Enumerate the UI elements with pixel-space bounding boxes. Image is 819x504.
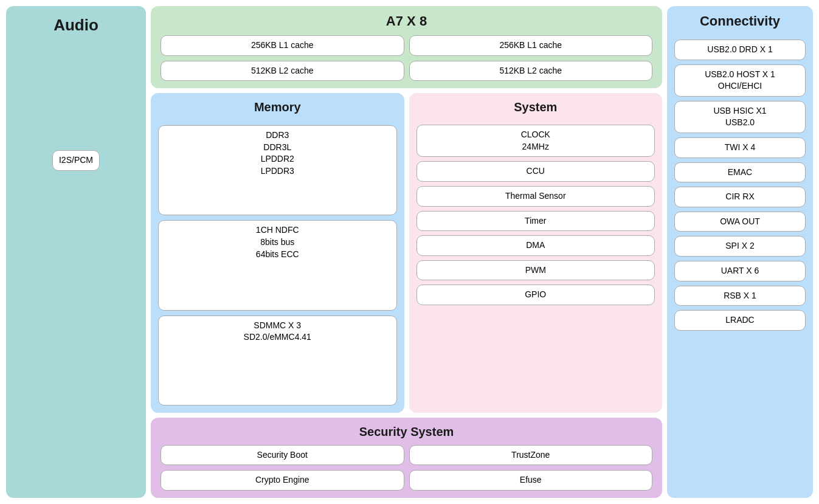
connectivity-item-5: CIR RX bbox=[674, 187, 806, 207]
a7x8-title: A7 X 8 bbox=[161, 13, 652, 29]
connectivity-item-6: OWA OUT bbox=[674, 212, 806, 232]
audio-title: Audio bbox=[54, 16, 98, 35]
security-panel: Security System Security BootTrustZoneCr… bbox=[151, 418, 662, 498]
connectivity-panel: Connectivity USB2.0 DRD X 1USB2.0 HOST X… bbox=[667, 6, 813, 498]
a7x8-panel: A7 X 8 256KB L1 cache256KB L1 cache512KB… bbox=[151, 6, 662, 88]
connectivity-item-4: EMAC bbox=[674, 162, 806, 183]
a7x8-cache-item-3: 512KB L2 cache bbox=[409, 61, 653, 81]
connectivity-item-3: TWI X 4 bbox=[674, 137, 806, 158]
connectivity-item-7: SPI X 2 bbox=[674, 236, 806, 257]
memory-title: Memory bbox=[158, 100, 397, 114]
connectivity-item-10: LRADC bbox=[674, 310, 806, 331]
memory-item-1: 1CH NDFC 8bits bus 64bits ECC bbox=[158, 220, 397, 310]
memory-item-0: DDR3 DDR3L LPDDR2 LPDDR3 bbox=[158, 125, 397, 215]
security-item-3: Efuse bbox=[409, 470, 653, 491]
connectivity-item-8: UART X 6 bbox=[674, 261, 806, 281]
connectivity-item-9: RSB X 1 bbox=[674, 286, 806, 306]
security-item-1: TrustZone bbox=[409, 445, 653, 466]
system-item-2: Thermal Sensor bbox=[416, 186, 655, 207]
system-item-0: CLOCK 24MHz bbox=[416, 125, 655, 157]
security-item-2: Crypto Engine bbox=[161, 470, 404, 491]
system-item-1: CCU bbox=[416, 161, 655, 182]
a7x8-cache-grid: 256KB L1 cache256KB L1 cache512KB L2 cac… bbox=[161, 35, 652, 81]
connectivity-item-1: USB2.0 HOST X 1 OHCI/EHCI bbox=[674, 64, 806, 97]
security-title: Security System bbox=[161, 425, 652, 439]
audio-i2s-box: I2S/PCM bbox=[52, 150, 100, 171]
system-item-3: Timer bbox=[416, 211, 655, 232]
middle-column: A7 X 8 256KB L1 cache256KB L1 cache512KB… bbox=[151, 6, 662, 498]
memory-item-2: SDMMC X 3 SD2.0/eMMC4.41 bbox=[158, 316, 397, 406]
a7x8-cache-item-2: 512KB L2 cache bbox=[161, 61, 404, 81]
connectivity-title: Connectivity bbox=[674, 13, 806, 29]
memory-system-row: Memory DDR3 DDR3L LPDDR2 LPDDR31CH NDFC … bbox=[151, 93, 662, 413]
system-title: System bbox=[416, 100, 655, 114]
audio-panel: Audio I2S/PCM bbox=[6, 6, 146, 498]
system-item-6: GPIO bbox=[416, 285, 655, 305]
connectivity-item-2: USB HSIC X1 USB2.0 bbox=[674, 101, 806, 133]
a7x8-cache-item-0: 256KB L1 cache bbox=[161, 35, 404, 56]
system-item-5: PWM bbox=[416, 260, 655, 281]
connectivity-item-0: USB2.0 DRD X 1 bbox=[674, 40, 806, 60]
a7x8-cache-item-1: 256KB L1 cache bbox=[409, 35, 653, 56]
system-item-4: DMA bbox=[416, 235, 655, 256]
system-panel: System CLOCK 24MHzCCUThermal SensorTimer… bbox=[409, 93, 663, 413]
security-item-0: Security Boot bbox=[161, 445, 404, 466]
security-grid: Security BootTrustZoneCrypto EngineEfuse bbox=[161, 445, 652, 491]
memory-panel: Memory DDR3 DDR3L LPDDR2 LPDDR31CH NDFC … bbox=[151, 93, 404, 413]
